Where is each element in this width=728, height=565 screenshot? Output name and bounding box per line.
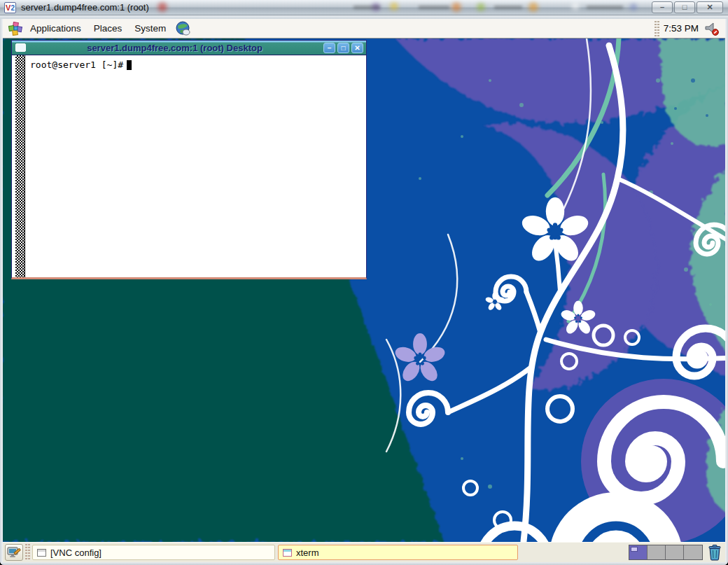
- close-button[interactable]: ✕: [696, 1, 723, 13]
- vnc-viewer-titlebar[interactable]: V2 server1.dump4free.com:1 (root) – □ ✕: [0, 0, 728, 15]
- clock-applet[interactable]: 7:53 PM: [664, 23, 699, 34]
- xterm-window: server1.dump4free.com:1 (root) Desktop –…: [11, 40, 367, 279]
- desktop: server1.dump4free.com:1 (root) Desktop –…: [3, 39, 725, 542]
- show-desktop-icon: [7, 546, 21, 559]
- gnome-menubar: Applications Places System 7:53 PM: [3, 19, 725, 39]
- xterm-title: server1.dump4free.com:1 (root) Desktop: [26, 43, 323, 53]
- window-controls: – □ ✕: [652, 1, 723, 13]
- window-frame-top: [0, 15, 728, 19]
- window-frame-left: [0, 19, 3, 565]
- terminal-cursor: [127, 60, 132, 70]
- window-icon: [37, 549, 46, 557]
- xterm-window-menu-button[interactable]: [15, 43, 26, 52]
- main-menu-icon[interactable]: [7, 20, 24, 37]
- tasklist-drag-handle[interactable]: [24, 544, 31, 561]
- terminal-scrollbar[interactable]: [15, 55, 25, 277]
- vnc-viewer-title: server1.dump4free.com:1 (root): [21, 2, 149, 13]
- applet-drag-handle[interactable]: [654, 21, 659, 36]
- trash-applet[interactable]: [706, 543, 723, 561]
- vnc-viewer-window: V2 server1.dump4free.com:1 (root) – □ ✕ …: [0, 0, 728, 565]
- menu-places[interactable]: Places: [88, 19, 129, 38]
- workspace-cell-2[interactable]: [648, 545, 666, 559]
- xterm-window-controls: – □ ✕: [323, 43, 363, 53]
- volume-muted-icon[interactable]: [704, 22, 720, 36]
- menu-system[interactable]: System: [128, 19, 172, 38]
- web-browser-icon[interactable]: [175, 20, 192, 37]
- window-frame-bottom: [0, 562, 728, 565]
- xterm-minimize-button[interactable]: –: [323, 43, 335, 53]
- workspace-cell-1[interactable]: [629, 545, 648, 559]
- menu-applications[interactable]: Applications: [24, 19, 88, 38]
- xterm-maximize-button[interactable]: □: [337, 43, 349, 53]
- window-frame-right: [725, 19, 728, 565]
- task-button-vnc-config[interactable]: [VNC config]: [32, 545, 275, 560]
- workspace-mini-window: [631, 547, 638, 552]
- terminal-prompt: root@server1 [~]#: [30, 60, 132, 70]
- maximize-button[interactable]: □: [674, 1, 695, 13]
- xterm-close-button[interactable]: ✕: [351, 43, 363, 53]
- vnc-app-icon[interactable]: V2: [4, 2, 16, 13]
- workspace-cell-4[interactable]: [684, 545, 702, 559]
- xterm-titlebar[interactable]: server1.dump4free.com:1 (root) Desktop –…: [12, 41, 366, 55]
- task-button-xterm[interactable]: xterm: [278, 545, 518, 560]
- minimize-button[interactable]: –: [652, 1, 673, 13]
- terminal-content[interactable]: root@server1 [~]#: [12, 55, 366, 277]
- bottom-panel: [VNC config] xterm: [3, 542, 725, 562]
- window-icon: [283, 549, 292, 557]
- workspace-cell-3[interactable]: [666, 545, 684, 559]
- workspace-switcher: [629, 545, 703, 560]
- show-desktop-button[interactable]: [5, 544, 23, 561]
- menubar-right-applets: 7:53 PM: [654, 21, 725, 36]
- trash-icon: [708, 544, 722, 561]
